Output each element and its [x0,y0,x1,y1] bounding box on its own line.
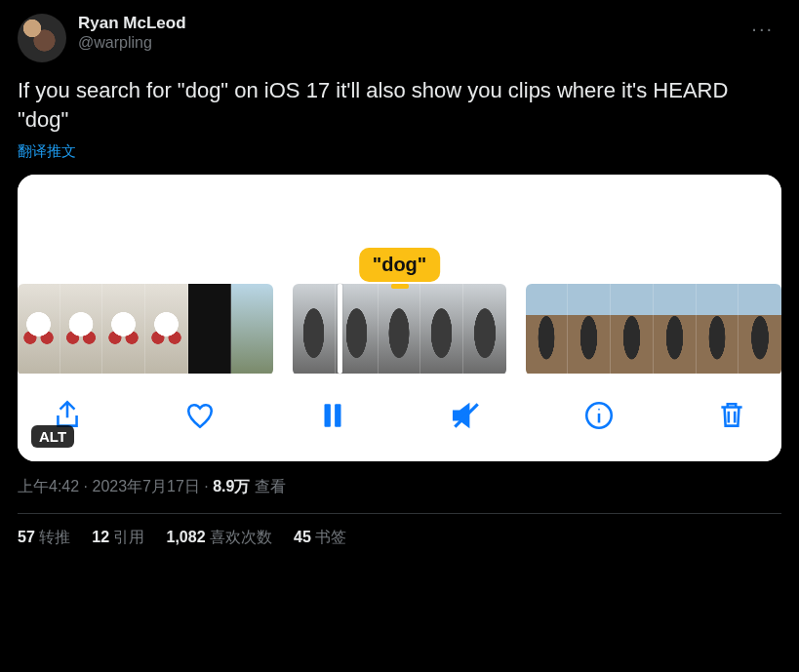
display-name: Ryan McLeod [78,14,743,33]
tweet-header: Ryan McLeod @warpling ··· [18,14,781,62]
svg-rect-0 [325,404,331,426]
bookmarks-stat[interactable]: 45 书签 [294,528,346,548]
thumbnail [526,284,569,374]
tweet-text: If you search for "dog" on iOS 17 it'll … [18,76,781,135]
thumbnail [463,284,506,374]
thumbnail [697,284,739,374]
thumbnail [379,284,421,374]
views-label: 查看 [250,478,285,494]
tweet-time: 上午4:42 [18,478,79,494]
svg-rect-1 [336,404,341,426]
clip-group[interactable] [293,284,506,376]
like-button[interactable] [183,399,217,432]
media-header: "dog" [18,175,781,282]
mute-button[interactable] [450,399,483,432]
media-card: "dog" [18,175,781,461]
thumbnail [420,284,463,374]
user-handle: @warpling [78,33,743,53]
svg-point-5 [598,409,600,411]
thumbnail [102,284,145,374]
user-names[interactable]: Ryan McLeod @warpling [78,14,743,53]
pause-button[interactable] [316,399,349,432]
stats-row: 57 转推 12 引用 1,082 喜欢次数 45 书签 [18,528,781,548]
thumbnail [611,284,654,374]
trash-icon [715,399,748,432]
thumbnail [293,284,336,374]
thumbnail [739,284,781,374]
delete-button[interactable] [715,399,748,432]
info-button[interactable] [582,399,616,432]
info-icon [582,399,616,432]
translate-link[interactable]: 翻译推文 [18,142,76,161]
video-controls [18,376,781,461]
thumbnail [568,284,611,374]
search-tag: "dog" [359,248,441,282]
heart-icon [183,399,217,432]
tweet-meta[interactable]: 上午4:42 · 2023年7月17日 · 8.9万 查看 [18,477,781,497]
thumbnail [18,284,60,374]
playhead[interactable] [338,284,342,374]
views-count: 8.9万 [213,478,250,494]
thumbnail [654,284,697,374]
pause-icon [316,399,349,432]
likes-stat[interactable]: 1,082 喜欢次数 [167,528,273,548]
more-button[interactable]: ··· [743,14,781,44]
clip-group[interactable] [18,284,273,376]
quotes-stat[interactable]: 12 引用 [92,528,144,548]
thumbnail [145,284,188,374]
playhead-marker [391,284,409,289]
thumbnail [231,284,274,374]
mute-icon [450,399,483,432]
thumbnail [188,284,231,374]
alt-badge[interactable]: ALT [31,425,74,448]
tweet-container: Ryan McLeod @warpling ··· If you search … [0,0,799,548]
thumbnail [60,284,103,374]
filmstrip[interactable] [18,282,781,376]
avatar[interactable] [18,14,66,62]
retweets-stat[interactable]: 57 转推 [18,528,70,548]
video-timeline[interactable] [18,282,781,376]
tweet-date: 2023年7月17日 [92,478,199,494]
clip-group[interactable] [526,284,781,376]
divider [18,513,781,514]
